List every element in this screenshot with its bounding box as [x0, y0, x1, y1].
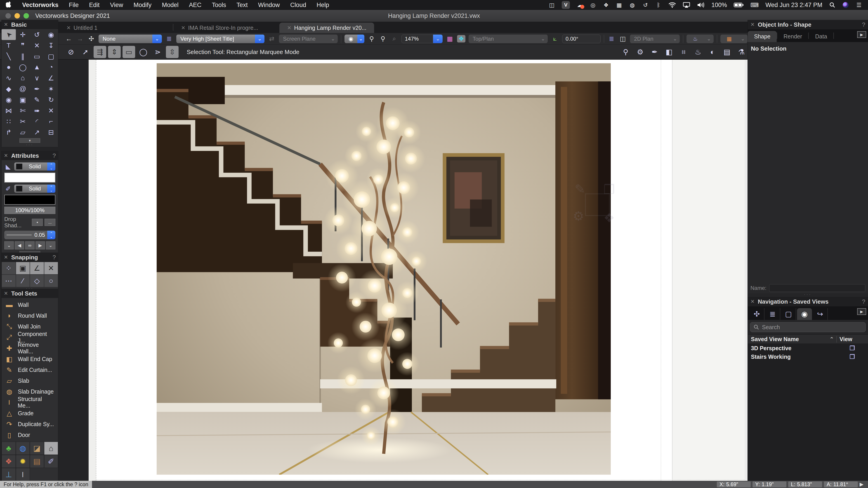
component-join-tool[interactable]: ⤢Component J...: [2, 332, 58, 343]
nav-sheet-icon[interactable]: ▢: [781, 308, 796, 320]
panel-flyout-button[interactable]: ▶: [857, 308, 866, 315]
tab-render[interactable]: Render: [777, 31, 808, 42]
settings-gear-icon[interactable]: ⚙: [634, 46, 647, 58]
reshape-tool[interactable]: ✎: [30, 94, 44, 105]
interactive-scale-icon[interactable]: ⇕: [108, 46, 121, 58]
snap-angle[interactable]: ∠: [30, 262, 44, 274]
fill-style-dropdown[interactable]: Solid ⌃⌄: [14, 162, 55, 170]
time-machine-icon[interactable]: ↺: [642, 1, 649, 9]
ruler-icon[interactable]: ⌗: [677, 46, 690, 58]
spiral-tool[interactable]: @: [16, 84, 30, 94]
class-options-dropdown[interactable]: ▦⌄: [720, 35, 747, 43]
single-path-icon[interactable]: ➚: [79, 46, 92, 58]
mirror-tool[interactable]: ⋈: [2, 105, 16, 116]
vectorworks-badge-icon[interactable]: V: [562, 1, 570, 9]
status-expand-icon[interactable]: ▶: [860, 482, 864, 487]
help-icon[interactable]: ?: [862, 298, 865, 305]
tab-close-icon[interactable]: ✕: [66, 25, 71, 31]
magnifier-x-icon[interactable]: ⚲: [619, 46, 632, 58]
edit-curtain-tool[interactable]: ✎Edit Curtain...: [2, 364, 58, 375]
control-center-icon[interactable]: ☰: [856, 1, 862, 9]
wall-end-cap-tool[interactable]: ◧Wall End Cap: [2, 354, 58, 364]
drop-shadow-toggle[interactable]: ▪: [32, 219, 43, 226]
palette-resize-dots[interactable]: ···: [2, 143, 58, 147]
arc-tool[interactable]: ◔: [44, 62, 58, 72]
wifi-icon[interactable]: [669, 1, 676, 9]
cpu-monitor-icon[interactable]: ▦: [616, 1, 622, 9]
sphere-icon[interactable]: ◐: [706, 46, 719, 58]
polyline2-tool[interactable]: ∠: [44, 72, 58, 84]
round-wall-tool[interactable]: ◗Round Wall: [2, 310, 58, 321]
rounded-rect-tool[interactable]: ▢: [44, 51, 58, 62]
active-class-dropdown[interactable]: None⌄: [98, 35, 162, 43]
zoom-tool[interactable]: ◉: [44, 29, 58, 40]
layer-options-icon[interactable]: ≣: [608, 35, 616, 42]
knife-tool[interactable]: ✄: [16, 105, 30, 116]
cat-pipes[interactable]: ⊥: [2, 468, 16, 481]
cat-structural[interactable]: I: [16, 468, 30, 481]
name-input[interactable]: [769, 284, 865, 292]
cat-shapes[interactable]: ❖: [2, 455, 16, 468]
freehand-tool[interactable]: ∿: [2, 72, 16, 84]
tab-close-icon[interactable]: ✕: [181, 25, 185, 31]
menu-item-view[interactable]: View: [110, 2, 123, 8]
battery-icon[interactable]: [734, 1, 744, 9]
visibility-tool[interactable]: ◉: [2, 94, 16, 105]
saved-view-row[interactable]: 3D Perspective❐: [748, 344, 868, 352]
cat-site[interactable]: ♣: [2, 442, 16, 455]
attr-next-button[interactable]: ▶: [35, 241, 45, 250]
rotation-angle-value[interactable]: 0.00°: [562, 35, 600, 43]
multi-path-icon[interactable]: ⇶: [94, 46, 106, 58]
unified-view-icon[interactable]: ❖: [457, 35, 465, 42]
attr-collapse-right[interactable]: ⌄: [46, 241, 55, 250]
attr-prev-button[interactable]: ◀: [15, 241, 24, 250]
extend-tool[interactable]: ↱: [2, 127, 16, 138]
move-by-points-tool[interactable]: ➠: [30, 105, 44, 116]
document-tab-1[interactable]: ✕Untitled 1: [59, 23, 105, 33]
locus-tool[interactable]: ✕: [30, 40, 44, 51]
back-button[interactable]: ←: [65, 35, 73, 42]
render-pen-icon[interactable]: ✒: [648, 46, 661, 58]
snap-grid[interactable]: ⁘: [2, 262, 16, 274]
menu-item-modify[interactable]: Modify: [133, 2, 152, 8]
fill-color-bar[interactable]: [4, 173, 55, 183]
panel-resize-dots[interactable]: ···: [748, 293, 868, 297]
door-panel-icon[interactable]: ▤: [721, 46, 733, 58]
regular-polygon-tool[interactable]: ◆: [2, 84, 16, 94]
wall-tool[interactable]: ▬Wall: [2, 299, 58, 310]
select-similar-tool[interactable]: ▣: [16, 94, 30, 105]
fit-objects-zoom-icon[interactable]: ⚲: [379, 35, 387, 42]
cat-building[interactable]: ⌂: [44, 442, 58, 455]
canvas-vertical-scrollbar[interactable]: [745, 60, 748, 481]
collapse-palette-button[interactable]: ▼: [20, 138, 40, 143]
column-saved-view-name[interactable]: Saved View Name ⌃: [748, 336, 836, 343]
polyline-tool[interactable]: ∨: [30, 72, 44, 84]
siri-icon[interactable]: [842, 1, 849, 9]
lasso-icon[interactable]: ◯: [137, 46, 150, 58]
drawing-canvas[interactable]: ✎ ❒ ⚙ ❖: [89, 60, 745, 481]
fit-page-zoom-icon[interactable]: ⚲: [368, 35, 376, 42]
view-cube-icon[interactable]: ❐: [836, 345, 868, 352]
window-panes-icon[interactable]: ▦: [446, 35, 454, 42]
apple-logo-icon[interactable]: [6, 1, 12, 9]
visibility-dropdown[interactable]: ◉⌄: [344, 35, 364, 43]
wand-tool[interactable]: ✶: [44, 84, 58, 94]
snap-object[interactable]: ▣: [16, 262, 30, 274]
pen-style-dropdown[interactable]: Solid ⌃⌄: [14, 185, 55, 193]
selection-tool[interactable]: ➤: [2, 29, 16, 40]
delete-tool[interactable]: ✕: [44, 105, 58, 116]
fillet-tool[interactable]: ◜: [30, 116, 44, 127]
snap-disable-icon[interactable]: ⊘: [65, 46, 77, 58]
menu-item-window[interactable]: Window: [258, 2, 280, 8]
drop-shadow-options-button[interactable]: ...: [44, 219, 55, 226]
close-icon[interactable]: ✕: [4, 291, 8, 296]
panel-flyout-button[interactable]: ▶: [857, 31, 866, 38]
orb-icon[interactable]: ◍: [629, 1, 636, 9]
flyover-tool[interactable]: ↺: [30, 29, 44, 40]
pane-layout-icon[interactable]: ◫: [619, 35, 627, 42]
column-view[interactable]: View: [836, 336, 868, 343]
spotlight-search-icon[interactable]: [829, 1, 835, 9]
clip-tool[interactable]: ⊟: [44, 127, 58, 138]
minimize-window-button[interactable]: [14, 13, 20, 19]
nav-graph-icon[interactable]: ✣: [749, 308, 765, 320]
